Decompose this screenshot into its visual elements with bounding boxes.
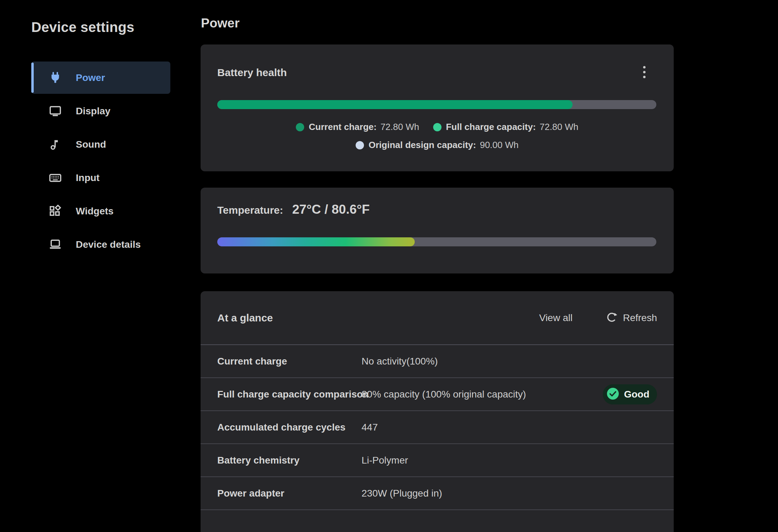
battery-health-bar xyxy=(217,100,656,109)
battery-health-card: Battery health Current charge: 72.80 Wh … xyxy=(201,44,674,171)
selected-accent-bar xyxy=(31,63,34,93)
sidebar-item-label: Device details xyxy=(76,239,141,250)
empty-row xyxy=(201,510,674,531)
refresh-button[interactable]: Refresh xyxy=(606,311,657,325)
table-row: Power adapter 230W (Plugged in) xyxy=(201,477,674,510)
legend-dot xyxy=(356,141,364,149)
view-all-button[interactable]: View all xyxy=(539,312,573,324)
table-row: Current charge No activity(100%) xyxy=(201,345,674,378)
battery-health-bar-fill xyxy=(217,100,573,109)
at-a-glance-card: At a glance View all Refresh Current cha… xyxy=(201,291,674,532)
page-title: Device settings xyxy=(31,19,134,35)
at-a-glance-title: At a glance xyxy=(217,312,539,324)
at-a-glance-header: At a glance View all Refresh xyxy=(201,291,674,345)
sidebar-item-label: Display xyxy=(76,106,111,117)
sidebar-item-label: Power xyxy=(76,72,105,83)
refresh-icon xyxy=(606,311,617,325)
sidebar-item-label: Widgets xyxy=(76,206,114,217)
sidebar-item-sound[interactable]: Sound xyxy=(31,128,170,161)
keyboard-icon xyxy=(49,171,62,185)
battery-legend-row: Current charge: 72.80 Wh Full charge cap… xyxy=(201,122,674,132)
temperature-bar xyxy=(217,237,656,246)
status-badge: Good xyxy=(603,384,657,404)
laptop-icon xyxy=(49,238,62,251)
kebab-dot xyxy=(643,71,646,73)
legend-dot xyxy=(296,123,304,131)
sidebar-item-device-details[interactable]: Device details xyxy=(31,228,170,261)
check-circle-icon xyxy=(606,387,619,402)
refresh-label: Refresh xyxy=(623,312,657,324)
battery-health-title: Battery health xyxy=(217,67,287,79)
monitor-icon xyxy=(49,105,62,118)
legend-dot xyxy=(433,123,441,131)
sidebar-item-label: Sound xyxy=(76,139,106,150)
temperature-card: Temperature: 27°C / 80.6°F xyxy=(201,188,674,273)
badge-label: Good xyxy=(624,389,649,400)
table-row: Accumulated charge cycles 447 xyxy=(201,411,674,444)
temperature-row: Temperature: 27°C / 80.6°F xyxy=(217,202,370,217)
legend-original-design-capacity: Original design capacity: 90.00 Wh xyxy=(356,140,519,150)
plug-icon xyxy=(49,71,62,84)
app-root: Device settings Power Display xyxy=(0,0,778,532)
temperature-value: 27°C / 80.6°F xyxy=(292,202,370,217)
battery-legend-row: Original design capacity: 90.00 Wh xyxy=(201,140,674,150)
sidebar-item-widgets[interactable]: Widgets xyxy=(31,195,170,227)
temperature-label: Temperature: xyxy=(217,204,283,216)
music-note-icon xyxy=(49,138,62,151)
kebab-dot xyxy=(643,66,646,68)
sidebar-item-input[interactable]: Input xyxy=(31,162,170,194)
widgets-icon xyxy=(49,205,62,218)
sidebar-nav: Power Display Sound xyxy=(31,62,170,261)
legend-full-charge-capacity: Full charge capacity: 72.80 Wh xyxy=(433,122,578,132)
more-options-button[interactable] xyxy=(637,63,651,81)
sidebar-item-display[interactable]: Display xyxy=(31,95,170,127)
kebab-dot xyxy=(643,76,646,78)
temperature-bar-fill xyxy=(217,237,415,246)
legend-current-charge: Current charge: 72.80 Wh xyxy=(296,122,419,132)
sidebar-item-label: Input xyxy=(76,172,99,183)
table-row: Full charge capacity comparison 80% capa… xyxy=(201,378,674,411)
table-row: Battery chemistry Li-Polymer xyxy=(201,444,674,477)
main-heading: Power xyxy=(201,16,240,31)
sidebar-item-power[interactable]: Power xyxy=(31,62,170,94)
